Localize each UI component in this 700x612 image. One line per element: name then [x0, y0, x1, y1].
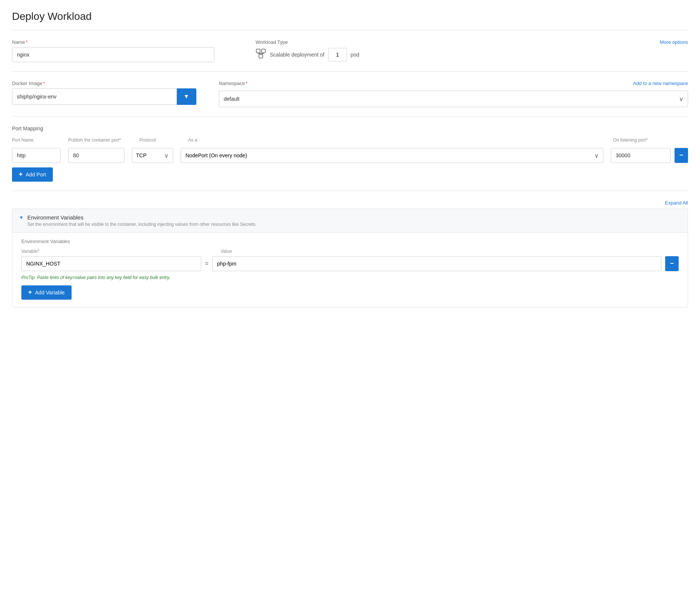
env-var-input[interactable]: [21, 256, 201, 271]
docker-image-input[interactable]: [12, 88, 177, 105]
port-name-input[interactable]: [12, 148, 61, 163]
workload-type-section: Workload Type More options S: [256, 39, 688, 61]
section-divider-3: [12, 191, 688, 191]
port-mapping-section: Port Mapping Port Name Publish the conta…: [12, 125, 688, 182]
collapsible-subtitle: Set the environment that will be visible…: [27, 222, 257, 227]
collapsible-title: Environment Variables: [27, 214, 257, 221]
plus-icon: +: [19, 170, 23, 178]
env-equals-spacer: [205, 248, 217, 254]
add-variable-label: Add Variable: [35, 290, 65, 296]
add-port-label: Add Port: [26, 172, 46, 178]
namespace-select-wrapper: default ∨: [219, 91, 688, 107]
svg-rect-1: [262, 49, 265, 53]
collapsible-header-content: Environment Variables Set the environmen…: [27, 214, 257, 227]
port-mapping-title: Port Mapping: [12, 125, 688, 131]
listening-port-input[interactable]: [611, 148, 671, 163]
env-collapsible-section: ▼ Environment Variables Set the environm…: [12, 209, 688, 307]
plus-icon: +: [28, 288, 32, 296]
namespace-col: Namespace* Add to a new namespace defaul…: [219, 81, 688, 107]
name-section: Name*: [12, 39, 233, 62]
env-val-input[interactable]: [212, 256, 661, 271]
name-field-group: Name*: [12, 39, 233, 62]
col-header-as-a: As a: [188, 137, 606, 143]
section-divider-1: [12, 71, 688, 72]
namespace-select[interactable]: default: [219, 91, 688, 107]
col-header-port-name: Port Name: [12, 137, 61, 143]
expand-all-row: Expand All: [12, 200, 688, 206]
protocol-select[interactable]: TCP UDP: [132, 148, 173, 163]
section-chevron-icon: ▼: [19, 215, 24, 220]
docker-col: Docker Image* ▼: [12, 81, 196, 105]
as-a-select[interactable]: NodePort (On every node) ClusterIP (Inte…: [181, 148, 603, 163]
col-header-listening-port: On listening port*: [613, 137, 688, 143]
section-divider-2: [12, 116, 688, 116]
more-options-link[interactable]: More options: [660, 39, 688, 45]
name-label: Name*: [12, 39, 233, 45]
workload-type-row: Scalable deployment of pod: [256, 48, 688, 61]
page-container: Deploy Workload Name* Workload Type More…: [0, 0, 700, 318]
chevron-down-icon: ▼: [184, 93, 190, 100]
docker-dropdown-button[interactable]: ▼: [177, 88, 196, 105]
workload-description-suffix: pod: [351, 52, 359, 58]
name-input[interactable]: [12, 47, 214, 62]
name-workload-row: Name* Workload Type More options: [12, 39, 688, 62]
add-port-button[interactable]: + Add Port: [12, 167, 53, 182]
col-header-container-port: Publish the container port*: [68, 137, 132, 143]
remove-port-button[interactable]: −: [675, 148, 688, 163]
add-namespace-link[interactable]: Add to a new namespace: [633, 81, 688, 86]
port-table-header: Port Name Publish the container port* Pr…: [12, 137, 688, 145]
svg-rect-0: [256, 49, 260, 53]
expand-all-link[interactable]: Expand All: [665, 200, 688, 206]
collapsible-body: Environment Variables Variable* Value =: [12, 232, 688, 307]
workload-description-prefix: Scalable deployment of: [270, 52, 325, 58]
page-title: Deploy Workload: [12, 10, 688, 22]
as-a-select-wrap: NodePort (On every node) ClusterIP (Inte…: [181, 148, 603, 163]
env-val-col-header: Value: [221, 248, 679, 254]
container-port-input[interactable]: [68, 148, 124, 163]
docker-image-row: ▼: [12, 88, 196, 105]
protip-text: ProTip: Paste lines of key=value pairs i…: [21, 275, 679, 280]
equals-sign: =: [205, 260, 208, 267]
env-columns-row: Variable* Value: [21, 248, 679, 254]
remove-var-button[interactable]: −: [665, 256, 679, 271]
title-divider: [12, 30, 688, 30]
add-variable-button[interactable]: + Add Variable: [21, 285, 72, 300]
minus-icon: −: [670, 260, 674, 267]
workload-header-row: Workload Type More options: [256, 39, 688, 45]
minus-icon: −: [679, 151, 684, 159]
protocol-select-wrap: TCP UDP ∨: [132, 148, 173, 163]
docker-image-label: Docker Image*: [12, 81, 196, 86]
pod-count-input[interactable]: [328, 48, 347, 61]
docker-namespace-row: Docker Image* ▼ Namespace* Add to a new …: [12, 81, 688, 107]
env-var-col-header: Variable*: [21, 248, 201, 254]
namespace-label: Namespace*: [219, 81, 247, 86]
env-inner-title: Environment Variables: [21, 239, 679, 244]
env-input-row: = −: [21, 256, 679, 271]
svg-rect-2: [259, 54, 263, 58]
namespace-header-row: Namespace* Add to a new namespace: [219, 81, 688, 86]
workload-icon: [256, 48, 266, 61]
table-row: TCP UDP ∨ NodePort (On every node) Clust…: [12, 148, 688, 163]
env-outer: Expand All ▼ Environment Variables Set t…: [12, 200, 688, 307]
col-header-protocol: Protocol: [139, 137, 181, 143]
workload-type-label: Workload Type: [256, 39, 288, 45]
collapsible-header[interactable]: ▼ Environment Variables Set the environm…: [12, 209, 688, 232]
